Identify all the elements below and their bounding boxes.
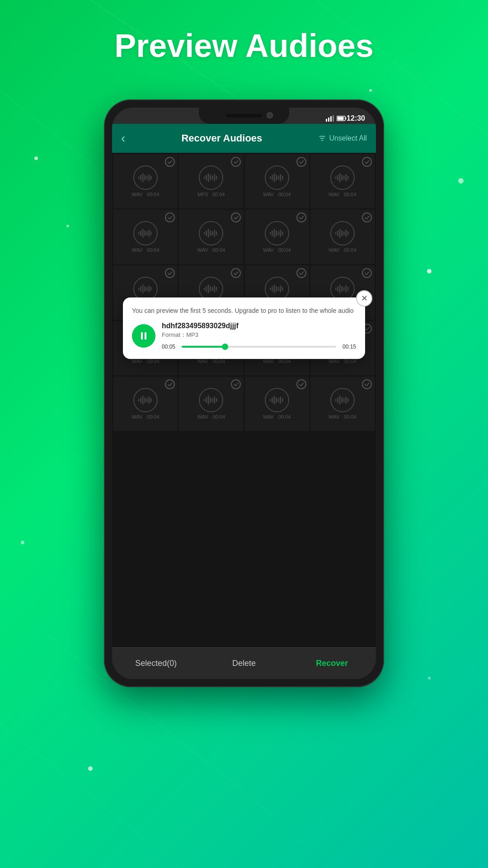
svg-rect-14 [326,119,327,122]
speaker [226,114,262,118]
player-format: Format：MP3 [162,331,356,339]
delete-button[interactable]: Delete [200,654,288,673]
svg-rect-161 [141,332,143,340]
svg-point-7 [66,225,69,227]
player-filename: hdhf283495893029djjjf [162,322,356,330]
filter-button[interactable]: Unselect All [318,134,367,142]
svg-point-11 [88,766,93,771]
svg-line-5 [0,723,181,868]
play-pause-button[interactable] [132,324,155,348]
back-button[interactable]: ‹ [121,131,125,146]
svg-rect-17 [333,115,334,122]
signal-icon [326,115,334,122]
preview-dialog: ✕ You can preview the first 5 seconds. U… [123,297,365,359]
player-timeline[interactable]: 00:05 00:15 [162,344,356,350]
dialog-player: hdhf283495893029djjjf Format：MP3 00:05 0… [132,322,356,350]
svg-rect-20 [338,117,344,120]
notch [199,108,289,124]
svg-rect-15 [328,118,329,122]
bottom-bar: Selected(0) Delete Recover [112,647,376,679]
header-title: Recover Audioes [181,132,262,144]
unselect-all-label: Unselect All [329,134,367,142]
status-time: 12:30 [347,114,365,123]
app-header: ‹ Recover Audioes Unselect All [112,124,376,153]
front-camera [267,112,273,118]
recover-button[interactable]: Recover [288,654,376,673]
svg-point-8 [427,269,432,274]
svg-point-13 [458,178,464,184]
svg-rect-16 [330,116,332,122]
timeline-bar[interactable] [182,346,336,348]
player-info: hdhf283495893029djjjf Format：MP3 00:05 0… [162,322,356,350]
timeline-current: 00:05 [162,344,178,350]
timeline-total: 00:15 [340,344,356,350]
close-icon: ✕ [361,293,368,303]
dialog-hint: You can preview the first 5 seconds. Upg… [132,307,356,316]
status-icons [326,115,347,122]
filter-icon [318,134,326,142]
phone-screen: 12:30 ‹ Recover Audioes Unselect All WAV [112,108,376,679]
dialog-close-button[interactable]: ✕ [356,290,372,307]
pause-icon [138,330,149,341]
timeline-progress [182,346,225,348]
svg-point-12 [428,677,431,679]
svg-point-9 [369,89,372,92]
svg-point-10 [21,541,24,544]
page-title: Preview Audioes [0,27,488,64]
battery-icon [337,116,347,121]
svg-point-6 [34,156,38,160]
svg-rect-162 [145,332,146,340]
overlay-dim [112,153,376,647]
timeline-thumb [222,344,228,350]
selected-count-button[interactable]: Selected(0) [112,654,200,673]
phone-frame: 12:30 ‹ Recover Audioes Unselect All WAV [104,99,384,687]
